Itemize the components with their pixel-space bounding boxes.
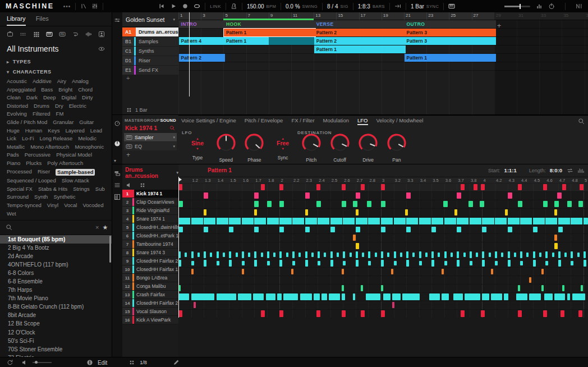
track-row-9[interactable]: 9ClosedHH Fairfax 2: [122, 257, 178, 265]
note-event[interactable]: [463, 253, 466, 257]
note-event[interactable]: [489, 253, 491, 257]
note-event[interactable]: [431, 227, 436, 232]
note-event[interactable]: [342, 184, 346, 190]
pattern-double-icon[interactable]: [567, 167, 573, 174]
note-segment[interactable]: [392, 293, 401, 300]
param-type[interactable]: ▴Sine▾Type: [183, 131, 212, 160]
note-event[interactable]: [356, 192, 360, 199]
note-segment[interactable]: [529, 293, 541, 300]
track-row-12[interactable]: 12Conga Malibu: [122, 282, 178, 291]
note-event[interactable]: [431, 260, 434, 267]
playhead-marker[interactable]: [178, 177, 182, 182]
mix-view-icon[interactable]: [91, 3, 98, 10]
pattern-clip[interactable]: Pattern 3: [405, 37, 496, 45]
note-event[interactable]: [578, 310, 582, 317]
note-event[interactable]: [480, 201, 484, 207]
pattern-clip[interactable]: Pattern 1: [405, 54, 496, 62]
step-grid-value[interactable]: 1/8: [140, 360, 147, 365]
note-segment[interactable]: [178, 293, 189, 300]
prehear-speaker-icon[interactable]: [21, 359, 28, 366]
track-row-11[interactable]: 11Bongo LABrea: [122, 274, 178, 282]
note-segment[interactable]: [321, 293, 327, 300]
tag-processed[interactable]: Processed: [7, 169, 32, 176]
tag-strings[interactable]: Strings: [73, 186, 90, 192]
note-event[interactable]: [406, 251, 408, 258]
note-event[interactable]: [580, 184, 584, 190]
note-event[interactable]: [217, 251, 219, 258]
tag-synth[interactable]: Synth: [34, 194, 48, 200]
note-segment[interactable]: [383, 293, 391, 300]
note-event[interactable]: [495, 261, 498, 265]
note-event[interactable]: [353, 201, 357, 207]
tag-lead[interactable]: Lead: [90, 128, 102, 134]
note-event[interactable]: [194, 302, 196, 308]
note-event[interactable]: [267, 201, 272, 207]
note-event[interactable]: [185, 253, 187, 257]
note-event[interactable]: [561, 310, 564, 317]
note-event[interactable]: [406, 227, 411, 232]
note-event[interactable]: [539, 253, 541, 257]
note-segment[interactable]: [178, 218, 588, 224]
note-event[interactable]: [554, 235, 557, 241]
param-speed[interactable]: Speed: [212, 131, 241, 163]
note-event[interactable]: [584, 260, 586, 267]
note-event[interactable]: [318, 251, 320, 258]
note-event[interactable]: [518, 310, 522, 317]
note-event[interactable]: [495, 251, 497, 258]
note-event[interactable]: [178, 227, 183, 232]
note-event[interactable]: [273, 253, 275, 257]
tag-percussive[interactable]: Percussive: [25, 152, 50, 158]
tag-glide-pitch-mod[interactable]: Glide / Pitch Mod: [7, 120, 47, 125]
library-tab-library[interactable]: Library: [7, 15, 26, 26]
note-event[interactable]: [291, 269, 293, 274]
note-event[interactable]: [457, 227, 461, 232]
note-event[interactable]: [204, 251, 206, 258]
param-pan[interactable]: Pan: [382, 131, 411, 163]
track-row-10[interactable]: 10ClosedHH Fairfax 1: [122, 265, 178, 274]
note-event[interactable]: [197, 253, 200, 257]
tag-vinyl[interactable]: Vinyl: [47, 203, 58, 208]
note-event[interactable]: [279, 260, 282, 267]
list-item[interactable]: 8bit Arcade: [0, 311, 112, 319]
note-segment[interactable]: [238, 293, 251, 300]
note-event[interactable]: [419, 251, 421, 258]
note-segment[interactable]: [504, 293, 508, 300]
list-item[interactable]: 4ONTHEFLO (117 bpm): [0, 260, 112, 269]
note-event[interactable]: [571, 261, 573, 265]
tag-stabs-hits[interactable]: Stabs & Hits: [38, 186, 67, 192]
note-event[interactable]: [461, 310, 465, 317]
note-event[interactable]: [217, 261, 219, 265]
note-event[interactable]: [229, 227, 233, 232]
autoload-icon[interactable]: [7, 359, 13, 366]
note-event[interactable]: [367, 201, 371, 207]
tag-evolving[interactable]: Evolving: [7, 111, 27, 117]
position-value[interactable]: 1:8:3: [358, 3, 370, 10]
list-item[interactable]: 2d Arcade: [0, 252, 112, 260]
tag-long-release[interactable]: Long Release: [40, 136, 73, 141]
note-event[interactable]: [444, 261, 447, 265]
note-event[interactable]: [457, 260, 460, 267]
note-event[interactable]: [381, 310, 385, 317]
plugin-slot-eq[interactable]: FXEQ▾: [124, 142, 177, 150]
macro-knob-icon[interactable]: [114, 140, 121, 147]
audio-engine-power-button[interactable]: [548, 3, 555, 10]
note-event[interactable]: [254, 260, 257, 267]
loop-icon[interactable]: [72, 31, 79, 38]
note-event[interactable]: [554, 209, 557, 215]
note-segment[interactable]: [482, 293, 489, 300]
note-event[interactable]: [543, 310, 547, 317]
master-volume-slider[interactable]: [504, 6, 530, 7]
note-event[interactable]: [305, 192, 310, 199]
channel-dial-icon[interactable]: [114, 120, 121, 127]
pattern-clip[interactable]: Pattern 1: [314, 45, 406, 53]
note-event[interactable]: [508, 251, 510, 258]
note-event[interactable]: [508, 192, 512, 199]
start-value[interactable]: 1:1:1: [504, 167, 517, 173]
tag-deep[interactable]: Deep: [43, 95, 56, 100]
note-event[interactable]: [356, 209, 359, 215]
piano-roll-icon[interactable]: [114, 194, 121, 200]
note-event[interactable]: [279, 310, 283, 317]
note-event[interactable]: [279, 227, 284, 232]
swing-value[interactable]: 0.0 %: [286, 3, 300, 10]
tag-lick[interactable]: Lick: [7, 136, 16, 141]
